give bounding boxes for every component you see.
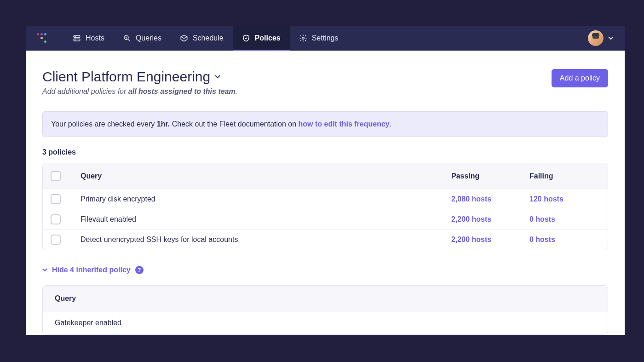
nav-settings[interactable]: Settings xyxy=(290,26,348,51)
page-subtitle: Add additional policies for all hosts as… xyxy=(42,87,237,96)
table-row: Filevault enabled2,200 hosts0 hosts xyxy=(43,209,608,230)
passing-count[interactable]: 2,200 hosts xyxy=(451,215,529,224)
hosts-icon xyxy=(73,34,81,42)
inherited-toggle[interactable]: Hide 4 inherited policy ? xyxy=(42,266,608,274)
table-header: Query Passing Failing xyxy=(43,163,608,189)
nav-hosts[interactable]: Hosts xyxy=(63,26,114,51)
table-row: Primary disk encrypted2,080 hosts120 hos… xyxy=(43,189,608,209)
queries-icon xyxy=(123,34,131,42)
row-checkbox[interactable] xyxy=(51,194,61,204)
failing-count[interactable]: 0 hosts xyxy=(529,215,608,224)
user-menu[interactable] xyxy=(588,30,614,46)
nav-schedule[interactable]: Schedule xyxy=(171,26,233,51)
chevron-down-icon xyxy=(215,75,220,79)
row-checkbox[interactable] xyxy=(51,235,61,245)
col-passing: Passing xyxy=(451,172,529,180)
shield-icon xyxy=(242,34,250,42)
nav-queries[interactable]: Queries xyxy=(114,26,171,51)
team-dropdown[interactable]: Client Platform Engineering xyxy=(42,69,237,85)
nav-policies[interactable]: Polices xyxy=(233,26,290,51)
help-icon[interactable]: ? xyxy=(135,266,144,274)
inherited-label: Hide 4 inherited policy xyxy=(52,266,131,274)
inherited-col-query: Query xyxy=(43,286,608,311)
policies-count: 3 policies xyxy=(42,148,608,156)
nav-label: Schedule xyxy=(193,34,224,42)
row-checkbox[interactable] xyxy=(51,214,61,224)
policy-name[interactable]: Gatekeeper enabled xyxy=(55,319,121,327)
policy-name[interactable]: Detect unencrypted SSH keys for local ac… xyxy=(69,236,451,244)
table-row: Detect unencrypted SSH keys for local ac… xyxy=(43,230,608,250)
chevron-down-icon xyxy=(42,268,47,272)
failing-count[interactable]: 120 hosts xyxy=(529,195,608,203)
chevron-down-icon xyxy=(608,36,614,40)
policy-name[interactable]: Filevault enabled xyxy=(69,215,451,224)
top-navbar: Hosts Queries Schedule xyxy=(26,26,625,51)
svg-point-3 xyxy=(75,40,75,40)
svg-point-4 xyxy=(124,35,128,40)
failing-count[interactable]: 0 hosts xyxy=(529,236,608,244)
passing-count[interactable]: 2,080 hosts xyxy=(451,195,529,203)
col-failing: Failing xyxy=(529,172,608,180)
inherited-table: Query Gatekeeper enabled xyxy=(42,285,608,335)
doc-link[interactable]: how to edit this frequency xyxy=(299,120,390,128)
table-row: Gatekeeper enabled xyxy=(43,311,608,334)
svg-point-5 xyxy=(302,37,304,40)
add-policy-button[interactable]: Add a policy xyxy=(552,69,608,87)
nav-label: Queries xyxy=(136,34,161,42)
info-banner: Your policies are checked every 1hr. Che… xyxy=(42,111,608,137)
nav-label: Polices xyxy=(255,34,281,42)
gear-icon xyxy=(299,34,307,42)
policy-name[interactable]: Primary disk encrypted xyxy=(69,195,451,203)
schedule-icon xyxy=(180,34,188,42)
app-logo xyxy=(37,33,49,43)
avatar xyxy=(588,30,604,46)
col-query: Query xyxy=(69,172,451,180)
svg-point-2 xyxy=(75,36,75,37)
nav-label: Hosts xyxy=(86,34,104,42)
policies-table: Query Passing Failing Primary disk encry… xyxy=(42,163,608,250)
select-all-checkbox[interactable] xyxy=(51,171,61,181)
passing-count[interactable]: 2,200 hosts xyxy=(451,236,529,244)
page-title: Client Platform Engineering xyxy=(42,69,210,85)
nav-label: Settings xyxy=(312,34,339,42)
